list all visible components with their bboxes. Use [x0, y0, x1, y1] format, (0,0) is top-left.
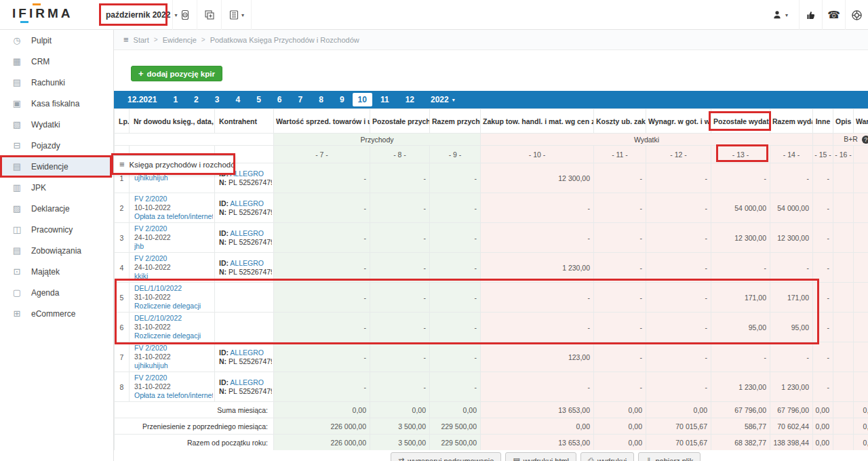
sidebar-item-zobowiązania[interactable]: ▤Zobowiązania: [0, 240, 113, 261]
new-document-button[interactable]: [197, 0, 222, 30]
month-tab-2[interactable]: 2: [186, 91, 207, 108]
doc-number[interactable]: FV 2/2020: [134, 195, 213, 203]
doc-number[interactable]: FV 2/2020: [134, 224, 213, 233]
month-tab-5[interactable]: 5: [248, 91, 269, 108]
help-support-button[interactable]: [845, 0, 868, 30]
month-selector[interactable]: październik 2022 ▾: [106, 0, 177, 30]
doc-number[interactable]: FV 2/2020: [134, 374, 213, 382]
month-tab-8[interactable]: 8: [311, 91, 332, 108]
value-cell: -: [370, 193, 430, 223]
hamburger-icon[interactable]: ≡: [123, 35, 129, 45]
help-icon[interactable]: ?: [862, 136, 868, 144]
expenses-icon: ▧: [12, 119, 22, 129]
value-cell: -: [274, 193, 370, 223]
value-cell: 95,00: [770, 313, 813, 342]
footer-button-download[interactable]: ⇓pobierz plik: [638, 452, 701, 461]
row-number: 8: [115, 372, 130, 402]
thumbs-up-icon: [805, 9, 816, 21]
value-cell: -: [646, 193, 711, 223]
kontrahent-name[interactable]: ALLEGRO: [230, 259, 264, 267]
add-kpir-entry-button[interactable]: + dodaj pozycję kpir: [131, 66, 222, 81]
sidebar-item-wydatki[interactable]: ▧Wydatki: [0, 114, 113, 135]
submenu-item-ksiega-przychodow[interactable]: ≡ Księga przychodów i rozchodów: [113, 155, 235, 174]
value-cell: 171,00: [711, 283, 770, 313]
kontrahent-name[interactable]: ALLEGRO: [230, 378, 264, 386]
value-cell: [854, 313, 868, 342]
kontrahent-nip-label: N:: [219, 387, 226, 395]
col-header: Zakup tow. handl. i mat. wg cen zakupu: [481, 109, 594, 134]
col-header: Koszty ub. zakupu: [594, 109, 646, 134]
sidebar-item-ewidencje[interactable]: ▤Ewidencje: [0, 156, 113, 177]
month-tab-9[interactable]: 9: [332, 91, 353, 108]
feedback-button[interactable]: [799, 0, 822, 30]
value-cell: -: [430, 372, 481, 402]
sidebar-item-agenda[interactable]: ▢Agenda: [0, 282, 113, 303]
contact-phone-button[interactable]: ☎: [822, 0, 845, 30]
month-tab-10[interactable]: 10: [353, 93, 372, 106]
user-menu-button[interactable]: ▾: [761, 0, 799, 30]
doc-cell: FV 2/202024-10-2022kkikj: [130, 253, 215, 283]
calculator-button[interactable]: [173, 0, 197, 30]
breadcrumb-item[interactable]: Start: [134, 36, 149, 44]
summary-value: 3 500,00: [370, 435, 430, 451]
kontrahent-name[interactable]: ALLEGRO: [230, 229, 264, 237]
sidebar-item-rachunki[interactable]: ▤Rachunki: [0, 72, 113, 93]
doc-number[interactable]: FV 2/2020: [134, 344, 213, 353]
doc-description[interactable]: Opłata za telefon/internet: [134, 391, 213, 400]
value-cell: -: [646, 342, 711, 372]
value-cell: -: [813, 372, 833, 402]
month-tab-7[interactable]: 7: [290, 91, 311, 108]
value-cell: -: [274, 283, 370, 313]
doc-description[interactable]: Rozliczenie delegacji: [134, 302, 213, 310]
doc-number[interactable]: DEL/2/10/2022: [134, 314, 213, 323]
summary-value: 229 500,00: [430, 418, 481, 435]
value-cell: -: [370, 372, 430, 402]
download-icon: ⇓: [646, 456, 652, 461]
doc-description[interactable]: Opłata za telefon/internet: [134, 212, 213, 221]
footer-button-print-html[interactable]: ▤wydrukuj html: [505, 452, 576, 461]
sidebar-item-label: Deklaracje: [31, 204, 70, 214]
sidebar-item-crm[interactable]: ▦CRM: [0, 51, 113, 72]
sidebar-item-deklaracje[interactable]: ▨Deklaracje: [0, 198, 113, 219]
sidebar-item-ecommerce[interactable]: ⊞eCommerce: [0, 303, 113, 324]
kontrahent-name[interactable]: ALLEGRO: [230, 169, 264, 178]
footer-button-generate[interactable]: ⇄wygeneruj podsumowanie: [391, 452, 501, 461]
doc-number[interactable]: FV 2/2020: [134, 254, 213, 263]
sidebar-item-pojazdy[interactable]: ⊟Pojazdy: [0, 135, 113, 156]
kontrahent-nip-value: PL 5252674798: [229, 238, 272, 246]
kontrahent-name[interactable]: ALLEGRO: [230, 199, 264, 207]
doc-description[interactable]: kkikj: [134, 272, 213, 281]
doc-description[interactable]: jhb: [134, 242, 213, 251]
sidebar-item-label: Pojazdy: [31, 141, 60, 151]
sidebar-item-pulpit[interactable]: ◷Pulpit: [0, 30, 113, 51]
month-tab-3[interactable]: 3: [207, 91, 228, 108]
month-tab-1[interactable]: 1: [165, 91, 186, 108]
summary-label: Przeniesienie z poprzedniego miesiąca:: [115, 418, 274, 435]
doc-description[interactable]: Rozliczenie delegacji: [134, 332, 213, 340]
month-tab-11[interactable]: 11: [372, 91, 397, 108]
breadcrumb-item[interactable]: Podatkowa Księga Przychodów i Rozchodów: [210, 36, 359, 44]
doc-number[interactable]: DEL/1/10/2022: [134, 284, 213, 293]
month-tab-4[interactable]: 4: [227, 91, 248, 108]
footer-button-print[interactable]: ⎙wydrukuj: [580, 452, 634, 461]
month-tab-12.2021[interactable]: 12.2021: [119, 91, 165, 108]
footer-button-label: wydrukuj html: [524, 457, 569, 461]
notes-menu-button[interactable]: ▾: [222, 0, 252, 30]
breadcrumb-item[interactable]: Ewidencje: [163, 36, 197, 44]
kontrahent-name[interactable]: ALLEGRO: [230, 348, 264, 357]
month-tab-12[interactable]: 12: [397, 91, 422, 108]
doc-description[interactable]: ujhikuhijuh: [134, 174, 213, 182]
crm-icon: ▦: [12, 56, 22, 66]
year-tab[interactable]: 2022 ▾: [422, 91, 463, 108]
ecommerce-icon: ⊞: [12, 308, 22, 319]
sidebar-item-kasa-fiskalna[interactable]: ▣Kasa fiskalna: [0, 93, 113, 114]
month-tab-6[interactable]: 6: [269, 91, 290, 108]
sidebar-item-majątek[interactable]: ⊡Majątek: [0, 261, 113, 282]
doc-description[interactable]: ujhikuhijuh: [134, 361, 213, 370]
sidebar-item-jpk[interactable]: ▥JPK: [0, 177, 113, 198]
sidebar-item-pracownicy[interactable]: ◫Pracownicy: [0, 219, 113, 240]
value-cell: -: [274, 313, 370, 342]
ifirma-logo[interactable]: IFIRMA: [12, 6, 73, 21]
group-empty: [115, 134, 274, 146]
value-cell: -: [274, 163, 370, 193]
